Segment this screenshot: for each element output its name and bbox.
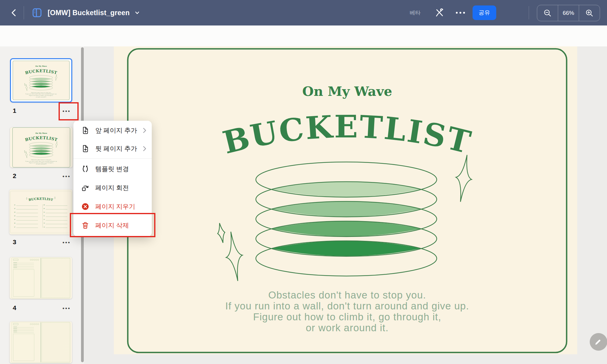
pencil-icon (594, 338, 603, 346)
menu-item-add-page-before[interactable]: 앞 페이지 추가 (73, 121, 152, 140)
menu-divider (73, 158, 152, 159)
page-number-2: 2 (13, 172, 16, 180)
template-change-icon (81, 165, 89, 173)
drawing-toolbar (0, 25, 607, 47)
page-4-more-button[interactable]: ••• (63, 305, 71, 312)
pencil-fab-button[interactable] (590, 333, 607, 351)
menu-item-label: 템플릿 변경 (95, 165, 148, 173)
document-title-group[interactable]: [OMW] Bucketlist_green (31, 0, 140, 25)
more-dots-icon (455, 11, 466, 14)
title-chevron-down-icon (134, 10, 140, 15)
page-2-more-button[interactable]: ••• (63, 174, 71, 180)
menu-item-change-template[interactable]: 템플릿 변경 (73, 160, 152, 178)
share-button[interactable]: 공유 (473, 5, 496, 20)
zoom-level: 66% (563, 10, 574, 16)
page-add-before-icon (81, 126, 89, 134)
submenu-chevron-right-icon (141, 145, 148, 153)
page-number-4: 4 (13, 304, 16, 312)
beta-badge: 베타 (410, 0, 421, 25)
menu-item-label: 앞 페이지 추가 (95, 126, 141, 135)
menu-item-label: 페이지 지우기 (95, 202, 148, 211)
page-delete-icon (81, 221, 89, 229)
zoom-level-display[interactable]: 66% (558, 5, 579, 21)
page-context-menu: 앞 페이지 추가 뒷 페이지 추가 (73, 121, 152, 237)
thumbnail-page-5[interactable] (10, 322, 72, 363)
zoom-in-button[interactable] (579, 5, 600, 21)
notebook-icon (31, 7, 43, 19)
back-chevron-icon (8, 7, 19, 18)
page-rotate-icon (81, 184, 89, 192)
zoom-controls: 66% (537, 5, 600, 21)
header-divider-2 (529, 6, 529, 19)
back-button[interactable] (8, 7, 19, 18)
thumbnail-page-3[interactable] (9, 190, 72, 234)
thumbnail-page-2[interactable] (10, 127, 73, 167)
page-1-more-button[interactable]: ••• (63, 108, 71, 114)
header-bar: [OMW] Bucketlist_green 베타 공유 (0, 0, 607, 25)
menu-item-label: 페이지 삭제 (95, 221, 148, 230)
thumbnail-page-4[interactable] (10, 257, 72, 299)
menu-item-delete-page[interactable]: 페이지 삭제 (73, 216, 152, 235)
thumbnail-page-1-selected[interactable] (10, 58, 72, 103)
zoom-out-button[interactable] (537, 5, 558, 21)
submenu-chevron-right-icon (141, 126, 148, 134)
menu-item-label: 페이지 회전 (95, 184, 148, 192)
pen-cross-icon (433, 7, 446, 19)
page-3-more-button[interactable]: ••• (63, 240, 71, 246)
page-canvas[interactable] (127, 48, 568, 353)
zoom-in-icon (585, 8, 594, 18)
menu-item-rotate-page[interactable]: 페이지 회전 (73, 178, 152, 197)
menu-item-add-page-after[interactable]: 뒷 페이지 추가 (73, 140, 152, 158)
app-window: [OMW] Bucketlist_green 베타 공유 (0, 0, 607, 364)
header-divider (24, 6, 24, 19)
document-title: [OMW] Bucketlist_green (48, 9, 130, 17)
page-number-3: 3 (13, 238, 16, 246)
menu-item-clear-page[interactable]: 페이지 지우기 (73, 197, 152, 216)
menu-item-label: 뒷 페이지 추가 (95, 144, 141, 153)
more-options-button[interactable] (453, 7, 467, 19)
zoom-out-icon (543, 8, 552, 18)
page-add-after-icon (81, 145, 89, 153)
page-number-1: 1 (13, 107, 16, 114)
pen-cross-button[interactable] (433, 7, 446, 19)
page-clear-icon (81, 203, 89, 211)
